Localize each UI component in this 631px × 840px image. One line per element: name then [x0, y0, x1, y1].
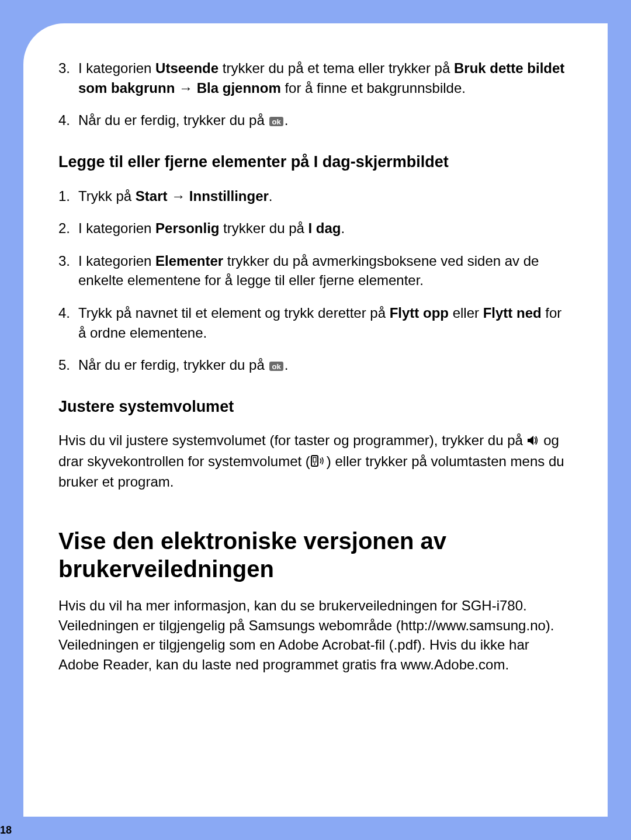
list-item: 3. I kategorien Elementer trykker du på …	[58, 251, 573, 290]
text-fragment: Hvis du vil justere systemvolumet (for t…	[58, 432, 527, 448]
step-text: I kategorien Personlig trykker du på I d…	[78, 218, 573, 238]
bold-text: Flytt ned	[483, 305, 542, 321]
step-number: 5.	[58, 355, 78, 375]
step-number: 3.	[58, 251, 78, 271]
speaker-icon	[527, 432, 540, 452]
text-fragment: I kategorien	[78, 60, 155, 76]
text-fragment: Når du er ferdig, trykker du på	[78, 112, 268, 128]
step-text: Trykk på navnet til et element og trykk …	[78, 303, 573, 342]
step-text: Når du er ferdig, trykker du på ok.	[78, 110, 573, 130]
paragraph-guide: Hvis du vil ha mer informasjon, kan du s…	[58, 596, 573, 674]
list-item: 3. I kategorien Utseende trykker du på e…	[58, 58, 573, 98]
list-item: 2. I kategorien Personlig trykker du på …	[58, 218, 573, 238]
list-item: 4. Trykk på navnet til et element og try…	[58, 303, 573, 342]
page: 3. I kategorien Utseende trykker du på e…	[23, 23, 608, 817]
text-fragment: I kategorien	[78, 253, 155, 269]
subheading-volume: Justere systemvolumet	[58, 397, 573, 417]
step-text: Trykk på Start → Innstillinger.	[78, 186, 573, 206]
list-item: 1. Trykk på Start → Innstillinger.	[58, 186, 573, 206]
step-number: 3.	[58, 58, 78, 78]
content-area: 3. I kategorien Utseende trykker du på e…	[58, 58, 573, 674]
text-fragment: .	[269, 188, 273, 204]
text-fragment: Når du er ferdig, trykker du på	[78, 357, 268, 373]
svg-point-2	[314, 463, 315, 464]
text-fragment: Trykk på navnet til et element og trykk …	[78, 305, 390, 321]
page-background: 3. I kategorien Utseende trykker du på e…	[0, 0, 631, 840]
bold-text: Utseende	[155, 60, 219, 76]
page-number: 18	[0, 824, 12, 836]
bold-text: Innstillinger	[189, 188, 269, 204]
ok-icon: ok	[269, 362, 283, 371]
steps-list-a: 3. I kategorien Utseende trykker du på e…	[58, 58, 573, 130]
steps-list-b: 1. Trykk på Start → Innstillinger. 2. I …	[58, 186, 573, 375]
step-number: 2.	[58, 218, 78, 238]
arrow-icon: →	[171, 188, 185, 204]
bold-text: Bla gjennom	[197, 80, 281, 96]
bold-text: Elementer	[155, 253, 223, 269]
svg-rect-1	[313, 457, 316, 462]
text-fragment: .	[285, 112, 289, 128]
step-number: 4.	[58, 110, 78, 130]
bold-text: Flytt opp	[390, 305, 449, 321]
text-fragment: I kategorien	[78, 220, 155, 236]
list-item: 4. Når du er ferdig, trykker du på ok.	[58, 110, 573, 130]
ok-icon: ok	[269, 117, 283, 126]
text-fragment: eller	[449, 305, 483, 321]
section-title: Vise den elektroniske versjonen av bruke…	[58, 527, 573, 583]
step-text: I kategorien Utseende trykker du på et t…	[78, 58, 573, 98]
step-number: 4.	[58, 303, 78, 323]
list-item: 5. Når du er ferdig, trykker du på ok.	[58, 355, 573, 375]
text-fragment: .	[285, 357, 289, 373]
text-fragment: Trykk på	[78, 188, 136, 204]
step-number: 1.	[58, 186, 78, 206]
bold-text: I dag	[308, 220, 341, 236]
bold-text: Personlig	[155, 220, 219, 236]
step-text: Når du er ferdig, trykker du på ok.	[78, 355, 573, 375]
bold-text: Start	[136, 188, 168, 204]
subheading-add-remove: Legge til eller fjerne elementer på I da…	[58, 152, 573, 172]
text-fragment: for å finne et bakgrunnsbilde.	[281, 80, 466, 96]
paragraph-volume: Hvis du vil justere systemvolumet (for t…	[58, 431, 573, 492]
text-fragment: trykker du på	[219, 220, 308, 236]
arrow-icon: →	[179, 80, 193, 96]
text-fragment: .	[341, 220, 345, 236]
phone-volume-icon	[310, 453, 327, 473]
text-fragment: trykker du på et tema eller trykker på	[219, 60, 454, 76]
step-text: I kategorien Elementer trykker du på avm…	[78, 251, 573, 290]
